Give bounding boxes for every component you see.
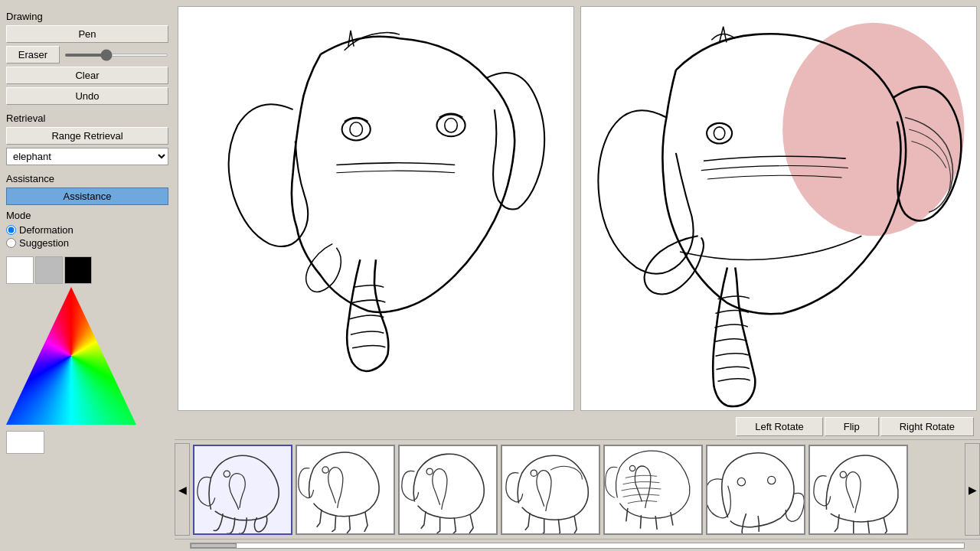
left-canvas[interactable] (178, 6, 574, 411)
clear-button[interactable]: Clear (6, 67, 168, 84)
drawing-section-title: Drawing (6, 11, 168, 22)
left-panel: Drawing Pen Eraser Clear Undo Retrieval … (0, 0, 175, 551)
color-swatch-white[interactable] (6, 256, 34, 284)
thumbnail-item-7[interactable] (808, 445, 908, 535)
svg-point-6 (782, 23, 964, 236)
svg-point-4 (445, 119, 458, 133)
svg-point-8 (714, 127, 724, 140)
color-triangle[interactable] (6, 287, 136, 425)
undo-button[interactable]: Undo (6, 87, 168, 105)
svg-point-3 (436, 114, 465, 136)
assistance-button[interactable]: Assistance (6, 187, 168, 205)
svg-point-14 (737, 478, 745, 485)
thumbnail-item-2[interactable] (296, 445, 395, 535)
svg-point-13 (629, 465, 635, 471)
thumbnail-item-4[interactable] (501, 445, 600, 535)
color-triangle-wrapper[interactable] (6, 287, 136, 425)
retrieval-dropdown[interactable]: elephant lion tiger giraffe (6, 148, 168, 165)
right-canvas-svg (581, 7, 976, 409)
color-swatches-row (6, 256, 168, 284)
svg-point-9 (224, 471, 230, 477)
thumbnail-item-6[interactable] (706, 445, 805, 535)
svg-point-10 (322, 466, 328, 472)
eraser-size-slider[interactable] (64, 54, 168, 57)
range-retrieval-button[interactable]: Range Retrieval (6, 127, 168, 145)
color-swatch-black[interactable] (64, 256, 92, 284)
scrollbar-track[interactable] (190, 543, 965, 549)
svg-point-2 (350, 122, 363, 137)
canvas-area: Left Rotate Flip Right Rotate ◀ (175, 0, 980, 551)
scroll-left-button[interactable]: ◀ (175, 443, 190, 536)
thumbnail-item-3[interactable] (398, 445, 498, 535)
eraser-row: Eraser (6, 46, 168, 64)
color-swatch-gray[interactable] (35, 256, 63, 284)
deformation-label: Deformation (19, 224, 74, 236)
eraser-button[interactable]: Eraser (6, 46, 60, 64)
scroll-right-button[interactable]: ▶ (965, 443, 980, 536)
thumbnail-strip: ◀ (175, 439, 980, 539)
right-rotate-button[interactable]: Right Rotate (880, 417, 974, 436)
thumbnail-item-1[interactable] (193, 445, 292, 535)
left-canvas-svg (178, 7, 573, 402)
svg-point-1 (342, 119, 371, 141)
thumbnails-container (190, 442, 965, 538)
assistance-section-title: Assistance (6, 173, 168, 184)
svg-point-15 (768, 476, 776, 484)
canvases-row (175, 0, 980, 417)
scrollbar-thumb[interactable] (191, 543, 237, 548)
pen-button[interactable]: Pen (6, 25, 168, 43)
svg-point-11 (426, 468, 433, 474)
color-picker-area (6, 256, 168, 454)
suggestion-label: Suggestion (19, 237, 69, 249)
thumbnail-item-5[interactable] (603, 445, 703, 535)
svg-point-12 (531, 470, 537, 476)
svg-point-16 (840, 471, 846, 478)
suggestion-radio-row: Suggestion (6, 237, 168, 249)
scrollbar-strip (175, 539, 980, 551)
retrieval-dropdown-row: elephant lion tiger giraffe (6, 148, 168, 165)
retrieval-section-title: Retrieval (6, 112, 168, 124)
right-canvas[interactable] (580, 6, 977, 411)
suggestion-radio[interactable] (6, 238, 16, 248)
deformation-radio-row: Deformation (6, 224, 168, 236)
bottom-controls: Left Rotate Flip Right Rotate (577, 417, 980, 439)
left-rotate-button[interactable]: Left Rotate (736, 417, 823, 436)
flip-button[interactable]: Flip (825, 417, 879, 436)
deformation-radio[interactable] (6, 225, 16, 235)
current-color-swatch[interactable] (6, 431, 44, 454)
mode-label: Mode (6, 210, 168, 221)
